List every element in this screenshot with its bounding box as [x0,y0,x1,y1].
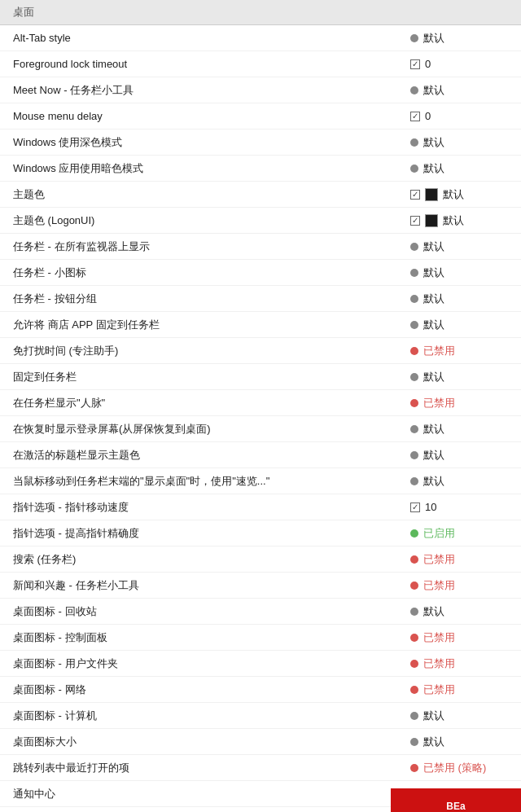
item-indicator: 默认 [410,292,508,306]
settings-item[interactable]: 搜索 (任务栏)已禁用 [0,546,521,573]
item-label: 桌面图标大小 [13,735,410,749]
settings-item[interactable]: 在激活的标题栏显示主题色默认 [0,442,521,468]
item-indicator: 默认 [410,448,508,463]
item-label: 固定到任务栏 [13,370,410,384]
settings-item[interactable]: 桌面图标 - 用户文件夹已禁用 [0,651,521,677]
item-label: 主题色 [13,187,410,202]
settings-item[interactable]: 桌面图标 - 计算机默认 [0,703,521,729]
status-dot [410,347,418,355]
settings-item[interactable]: Meet Now - 任务栏小工具默认 [0,77,521,103]
status-dot [410,86,418,94]
status-label: 默认 [423,422,444,437]
item-label: 新闻和兴趣 - 任务栏小工具 [13,578,410,593]
settings-item[interactable]: 任务栏 - 小图标默认 [0,260,521,286]
status-label: 默认 [443,187,464,202]
status-dot [410,373,418,381]
status-label: 默认 [423,239,444,254]
checkbox-icon: ✓ [410,503,420,512]
status-dot [410,321,418,329]
item-indicator: 已禁用 [410,396,508,410]
item-label: 允许将 商店 APP 固定到任务栏 [13,318,410,332]
status-label: 默认 [423,735,444,749]
status-dot [410,425,418,433]
item-indicator: 默认 [410,318,508,332]
checkbox-icon: ✓ [410,59,420,69]
status-dot [410,399,418,407]
settings-item[interactable]: 固定到任务栏默认 [0,364,521,390]
status-label: 已禁用 [423,344,455,358]
item-indicator: 已禁用 [410,578,508,593]
settings-item[interactable]: 免打扰时间 (专注助手)已禁用 [0,338,521,364]
status-label: 默认 [423,709,444,723]
settings-item[interactable]: 主题色✓默认 [0,182,521,208]
settings-item[interactable]: 任务栏 - 按钮分组默认 [0,286,521,312]
item-label: 桌面图标 - 回收站 [13,604,410,619]
status-dot [410,634,418,642]
item-indicator: 已禁用 [410,630,508,645]
settings-item[interactable]: Alt-Tab style默认 [0,25,521,51]
settings-item[interactable]: 当鼠标移动到任务栏末端的"显示桌面"时，使用"速览..."默认 [0,468,521,494]
settings-item[interactable]: 在恢复时显示登录屏幕(从屏保恢复到桌面)默认 [0,416,521,442]
settings-item[interactable]: 指针选项 - 指针移动速度✓10 [0,494,521,520]
item-indicator: 已禁用 (策略) [410,761,508,775]
settings-item[interactable]: 桌面图标大小默认 [0,729,521,755]
status-dot [410,712,418,720]
color-swatch [425,188,438,201]
settings-item[interactable]: 跳转列表中最近打开的项已禁用 (策略) [0,755,521,781]
status-dot [410,138,418,147]
item-indicator: 默认 [410,709,508,723]
status-dot [410,582,418,590]
settings-item[interactable]: Foreground lock timeout✓0 [0,51,521,77]
item-label: 任务栏 - 小图标 [13,266,410,280]
item-indicator: 默认 [410,604,508,619]
status-label: 已禁用 [423,578,455,593]
color-swatch [425,214,438,227]
status-label: 已禁用 [423,683,455,697]
status-label: 默认 [423,31,444,46]
settings-item[interactable]: 允许将 商店 APP 固定到任务栏默认 [0,312,521,338]
item-indicator: ✓10 [410,501,508,513]
item-indicator: 默认 [410,135,508,150]
status-label: 默认 [423,604,444,619]
settings-item[interactable]: 新闻和兴趣 - 任务栏小工具已禁用 [0,573,521,599]
settings-item[interactable]: 桌面图标 - 控制面板已禁用 [0,625,521,651]
status-dot [410,34,418,42]
item-label: 搜索 (任务栏) [13,552,410,567]
item-indicator: ✓0 [410,110,508,122]
item-label: 指针选项 - 提高指针精确度 [13,526,410,541]
status-dot [410,295,418,303]
item-label: 桌面图标 - 计算机 [13,709,410,723]
status-label: 默认 [423,161,444,176]
settings-item[interactable]: 主题色 (LogonUI)✓默认 [0,208,521,234]
status-label: 默认 [423,266,444,280]
settings-item[interactable]: Windows 应用使用暗色模式默认 [0,156,521,182]
item-label: 桌面图标 - 网络 [13,683,410,697]
status-label: 已禁用 [423,630,455,645]
item-label: 跳转列表中最近打开的项 [13,761,410,775]
settings-item[interactable]: 指针选项 - 提高指针精确度已启用 [0,520,521,546]
item-label: Windows 使用深色模式 [13,135,410,150]
item-indicator: 默认 [410,266,508,280]
settings-item[interactable]: Windows 使用深色模式默认 [0,129,521,156]
settings-list: Alt-Tab style默认Foreground lock timeout✓0… [0,25,521,812]
status-dot [410,608,418,616]
status-dot [410,477,418,485]
settings-item[interactable]: 桌面图标 - 网络已禁用 [0,677,521,703]
watermark-logo: BEa [446,801,465,812]
item-label: 在激活的标题栏显示主题色 [13,448,410,463]
item-indicator: 默认 [410,422,508,437]
status-label: 默认 [423,83,444,98]
status-dot [410,165,418,173]
item-label: Mouse menu delay [13,110,410,122]
checkbox-icon: ✓ [410,216,420,226]
settings-item[interactable]: Mouse menu delay✓0 [0,103,521,129]
status-dot [410,269,418,277]
status-dot [410,738,418,746]
item-label: 通知中心 [13,787,410,801]
settings-item[interactable]: 桌面图标 - 回收站默认 [0,599,521,625]
settings-item[interactable]: 在任务栏显示"人脉"已禁用 [0,390,521,416]
item-indicator: ✓默认 [410,187,508,202]
settings-item[interactable]: 任务栏 - 在所有监视器上显示默认 [0,234,521,260]
item-indicator: 已禁用 [410,683,508,697]
status-dot [410,451,418,459]
